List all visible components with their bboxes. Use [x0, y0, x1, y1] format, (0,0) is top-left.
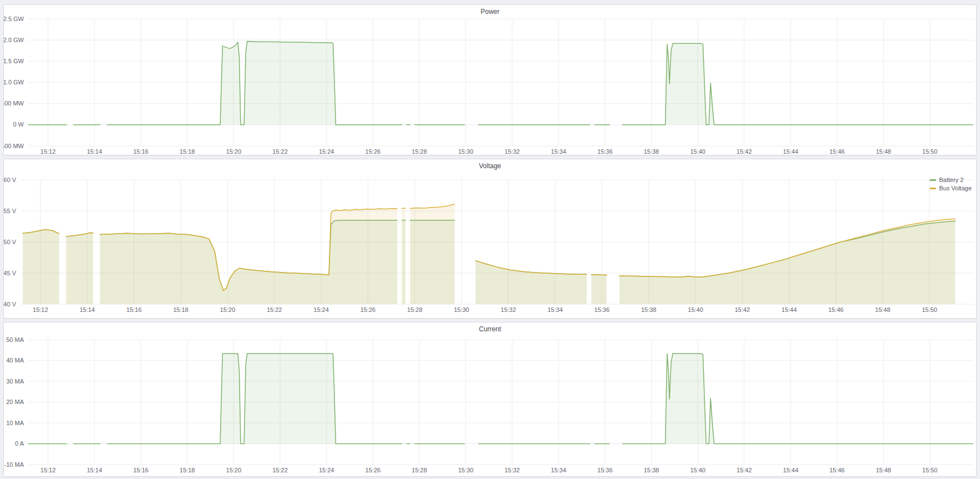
x-tick-label: 15:16	[133, 148, 149, 155]
current-panel: Current 15:1215:1415:1615:1815:2015:2215…	[3, 322, 977, 477]
x-tick-label: 15:36	[597, 467, 613, 473]
y-tick-label: 500 MW	[4, 100, 24, 107]
x-tick-label: 15:42	[737, 148, 752, 155]
series-fill	[620, 219, 955, 304]
x-tick-label: 15:26	[365, 467, 381, 473]
x-tick-label: 15:12	[40, 148, 56, 155]
x-tick-label: 15:38	[644, 467, 659, 473]
x-tick-label: 15:22	[272, 467, 288, 473]
series-line	[402, 208, 405, 209]
y-tick-label: -500 MW	[4, 143, 24, 149]
x-tick-label: 15:28	[407, 306, 423, 313]
x-tick-label: 15:48	[876, 467, 891, 473]
x-tick-label: 15:16	[126, 306, 142, 313]
x-tick-label: 15:20	[220, 306, 236, 313]
x-tick-label: 15:48	[875, 306, 891, 313]
voltage-series-Bus Voltage	[23, 204, 955, 304]
x-tick-label: 15:16	[133, 467, 149, 473]
x-tick-label: 15:26	[365, 148, 381, 155]
voltage-chart[interactable]: 15:1215:1415:1615:1815:2015:2215:2415:26…	[4, 159, 976, 318]
x-tick-label: 15:14	[87, 467, 102, 473]
grid	[28, 340, 973, 465]
dashboard: { "chart_data": { "xlim_minutes": [11.15…	[0, 0, 980, 479]
series-fill	[100, 209, 397, 305]
x-tick-label: 15:40	[690, 467, 705, 473]
x-tick-label: 15:34	[547, 306, 563, 313]
y-tick-label: 30 MA	[6, 378, 24, 385]
x-tick-label: 15:28	[412, 467, 427, 473]
series-fill	[402, 208, 405, 304]
x-tick-label: 15:20	[226, 467, 242, 473]
y-tick-label: 2.5 GW	[4, 16, 24, 22]
x-tick-label: 15:22	[267, 306, 282, 313]
axis-labels: 15:1215:1415:1615:1815:2015:2215:2415:26…	[4, 336, 938, 474]
x-tick-label: 15:46	[829, 148, 845, 155]
x-tick-label: 15:40	[688, 306, 703, 313]
x-tick-label: 15:12	[40, 467, 56, 473]
power-panel: Power 15:1215:1415:1615:1815:2015:2215:2…	[3, 4, 977, 155]
x-tick-label: 15:46	[829, 467, 845, 473]
power-chart[interactable]: 15:1215:1415:1615:1815:2015:2215:2415:26…	[4, 5, 976, 155]
y-tick-label: 2.0 GW	[4, 37, 24, 43]
x-tick-label: 15:36	[597, 148, 613, 155]
panel-title-current[interactable]: Current	[4, 325, 976, 333]
x-tick-label: 15:32	[501, 306, 516, 313]
y-tick-label: 60 V	[4, 177, 17, 183]
series-fill	[410, 204, 454, 304]
series-fill	[23, 230, 59, 304]
x-tick-label: 15:38	[644, 148, 659, 155]
x-tick-label: 15:12	[33, 306, 48, 313]
x-tick-label: 15:38	[641, 306, 657, 313]
y-tick-label: 1.5 GW	[4, 58, 24, 64]
x-tick-label: 15:50	[922, 467, 938, 473]
x-tick-label: 15:34	[551, 148, 566, 155]
x-tick-label: 15:50	[922, 306, 937, 313]
x-tick-label: 15:34	[551, 467, 566, 473]
y-tick-label: 1.0 GW	[4, 79, 24, 85]
x-tick-label: 15:42	[737, 467, 752, 473]
series-fill	[66, 233, 93, 304]
x-tick-label: 15:18	[173, 306, 189, 313]
y-tick-label: 40 MA	[6, 357, 24, 364]
power-series-0	[28, 42, 973, 125]
axis-labels: 15:1215:1415:1615:1815:2015:2215:2415:26…	[4, 16, 937, 155]
legend-label: Battery 2	[939, 177, 963, 183]
x-tick-label: 15:24	[319, 467, 334, 473]
series-fill	[591, 275, 606, 304]
series-fill	[622, 43, 973, 125]
panel-title-voltage[interactable]: Voltage	[4, 162, 976, 170]
series-line	[591, 275, 606, 275]
series-fill	[622, 354, 973, 443]
y-tick-label: 50 V	[4, 239, 17, 245]
y-tick-label: 50 MA	[6, 336, 24, 343]
legend-item-battery-2[interactable]: Battery 2	[930, 177, 963, 183]
x-tick-label: 15:36	[595, 306, 610, 313]
x-tick-label: 15:46	[828, 306, 844, 313]
x-tick-label: 15:42	[735, 306, 750, 313]
panel-title-power[interactable]: Power	[4, 8, 976, 16]
y-tick-label: 20 MA	[6, 399, 24, 405]
x-tick-label: 15:18	[180, 148, 195, 155]
legend-label: Bus Voltage	[939, 185, 972, 191]
x-tick-label: 15:30	[458, 148, 474, 155]
x-tick-label: 15:30	[454, 306, 469, 313]
legend-item-bus-voltage[interactable]: Bus Voltage	[930, 185, 972, 191]
y-tick-label: 0 A	[15, 440, 24, 447]
y-tick-label: 0 W	[13, 121, 24, 128]
x-tick-label: 15:18	[180, 467, 195, 473]
series-fill	[107, 42, 402, 125]
y-tick-label: -10 MA	[4, 461, 24, 468]
y-tick-label: 45 V	[4, 270, 17, 276]
x-tick-label: 15:22	[272, 148, 288, 155]
x-tick-label: 15:44	[783, 467, 799, 473]
x-tick-label: 15:48	[876, 148, 891, 155]
series-fill	[476, 261, 587, 304]
x-tick-label: 15:40	[690, 148, 705, 155]
current-chart[interactable]: 15:1215:1415:1615:1815:2015:2215:2415:26…	[4, 322, 976, 476]
x-tick-label: 15:20	[226, 148, 242, 155]
x-tick-label: 15:24	[313, 306, 329, 313]
x-tick-label: 15:32	[505, 148, 520, 155]
x-tick-label: 15:28	[412, 148, 427, 155]
x-tick-label: 15:26	[360, 306, 376, 313]
voltage-panel: Voltage 15:1215:1415:1615:1815:2015:2215…	[3, 159, 977, 319]
